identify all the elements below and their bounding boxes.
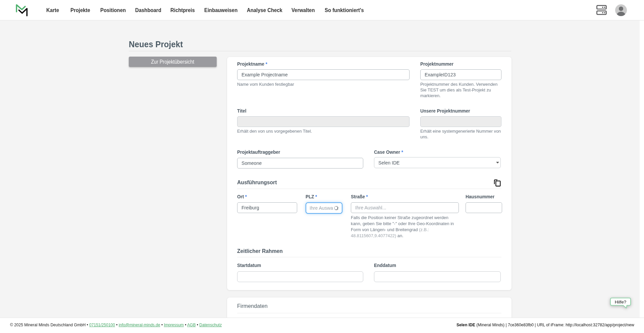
svg-text:Hilfe?: Hilfe? bbox=[615, 299, 627, 305]
